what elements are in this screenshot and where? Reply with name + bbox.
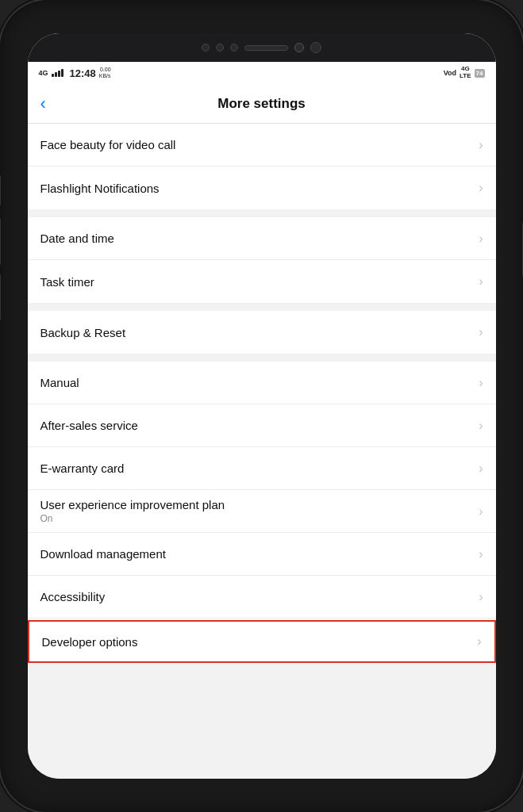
page-title: More settings xyxy=(217,96,306,112)
chevron-face-beauty: › xyxy=(479,138,483,152)
settings-item-manual[interactable]: Manual › xyxy=(28,362,496,404)
backup-reset-label: Backup & Reset xyxy=(40,326,473,339)
user-exp-sublabel: On xyxy=(40,513,473,524)
camera-bar xyxy=(28,33,496,62)
chevron-flashlight: › xyxy=(479,181,483,195)
sensor-dot xyxy=(202,44,210,52)
content-area[interactable]: Face beauty for video call › Flashlight … xyxy=(28,124,496,779)
settings-group-4: Manual › After-sales service › E-warrant… xyxy=(28,362,496,663)
left-button-top[interactable] xyxy=(0,174,1,206)
item-text-accessibility: Accessibility xyxy=(40,590,473,603)
settings-item-accessibility[interactable]: Accessibility › xyxy=(28,576,496,619)
item-text-backup-reset: Backup & Reset xyxy=(40,326,473,339)
settings-item-after-sales[interactable]: After-sales service › xyxy=(28,404,496,447)
settings-item-download-mgmt[interactable]: Download management › xyxy=(28,533,496,576)
settings-item-task-timer[interactable]: Task timer › xyxy=(28,260,496,303)
chevron-manual: › xyxy=(479,376,483,390)
settings-item-developer[interactable]: Developer options › xyxy=(28,620,496,663)
settings-item-date-time[interactable]: Date and time › xyxy=(28,217,496,260)
item-text-after-sales: After-sales service xyxy=(40,419,473,432)
status-bar: 4G 12:48 0.00KB/s Vod 4GLTE 74 xyxy=(28,62,496,84)
flash-dot xyxy=(310,42,321,53)
settings-item-flashlight[interactable]: Flashlight Notifications › xyxy=(28,167,496,209)
back-button[interactable]: ‹ xyxy=(40,94,46,114)
sensor-dot2 xyxy=(216,44,224,52)
developer-label: Developer options xyxy=(42,635,471,649)
data-speed: 0.00KB/s xyxy=(99,67,111,79)
settings-item-backup-reset[interactable]: Backup & Reset › xyxy=(28,311,496,354)
settings-group-3: Backup & Reset › xyxy=(28,311,496,354)
chevron-download-mgmt: › xyxy=(479,547,483,561)
volume-up-button[interactable] xyxy=(0,218,1,266)
face-beauty-label: Face beauty for video call xyxy=(40,138,473,151)
item-text-e-warranty: E-warranty card xyxy=(40,462,473,475)
chevron-task-timer: › xyxy=(479,274,483,289)
network-type: 4G xyxy=(39,69,48,77)
battery-level: 74 xyxy=(476,70,483,77)
volume-down-button[interactable] xyxy=(0,274,1,321)
signal-bar-4 xyxy=(61,69,63,77)
battery-icon: 74 xyxy=(475,69,485,78)
chevron-developer: › xyxy=(477,634,481,649)
chevron-after-sales: › xyxy=(479,419,483,433)
date-time-label: Date and time xyxy=(40,232,473,245)
chevron-user-exp: › xyxy=(479,504,483,519)
settings-item-e-warranty[interactable]: E-warranty card › xyxy=(28,447,496,490)
signal-bar-1 xyxy=(52,74,54,77)
settings-item-face-beauty[interactable]: Face beauty for video call › xyxy=(28,124,496,167)
chevron-backup-reset: › xyxy=(479,325,483,339)
settings-item-user-exp[interactable]: User experience improvement plan On › xyxy=(28,490,496,533)
chevron-accessibility: › xyxy=(479,590,483,604)
item-text-manual: Manual xyxy=(40,376,473,389)
screen: 4G 12:48 0.00KB/s Vod 4GLTE 74 ‹ xyxy=(28,33,496,779)
accessibility-label: Accessibility xyxy=(40,590,473,603)
carrier-name: Vod xyxy=(444,69,456,77)
item-text-face-beauty: Face beauty for video call xyxy=(40,138,473,151)
status-right: Vod 4GLTE 74 xyxy=(444,66,485,80)
item-text-task-timer: Task timer xyxy=(40,275,473,289)
download-mgmt-label: Download management xyxy=(40,547,473,561)
item-text-user-exp: User experience improvement plan On xyxy=(40,498,473,524)
signal-bar-2 xyxy=(55,72,57,77)
page-header: ‹ More settings xyxy=(28,84,496,124)
item-text-developer: Developer options xyxy=(42,635,471,649)
lte-label: 4GLTE xyxy=(460,66,471,80)
settings-group-1: Face beauty for video call › Flashlight … xyxy=(28,124,496,209)
settings-group-2: Date and time › Task timer › xyxy=(28,217,496,303)
flashlight-label: Flashlight Notifications xyxy=(40,182,473,195)
chevron-date-time: › xyxy=(479,232,483,246)
front-camera xyxy=(294,43,304,52)
speaker xyxy=(244,45,288,51)
time: 12:48 xyxy=(70,67,96,79)
signal-bars xyxy=(52,69,63,77)
signal-bar-3 xyxy=(58,71,60,77)
after-sales-label: After-sales service xyxy=(40,419,473,432)
phone-shell: 4G 12:48 0.00KB/s Vod 4GLTE 74 ‹ xyxy=(0,0,523,812)
item-text-flashlight: Flashlight Notifications xyxy=(40,182,473,195)
chevron-e-warranty: › xyxy=(479,462,483,476)
user-exp-label: User experience improvement plan xyxy=(40,498,473,511)
item-text-download-mgmt: Download management xyxy=(40,547,473,561)
item-text-date-time: Date and time xyxy=(40,232,473,245)
task-timer-label: Task timer xyxy=(40,275,473,289)
sensor-dot3 xyxy=(230,44,238,52)
manual-label: Manual xyxy=(40,376,473,389)
status-left: 4G 12:48 0.00KB/s xyxy=(39,67,111,79)
e-warranty-label: E-warranty card xyxy=(40,462,473,475)
